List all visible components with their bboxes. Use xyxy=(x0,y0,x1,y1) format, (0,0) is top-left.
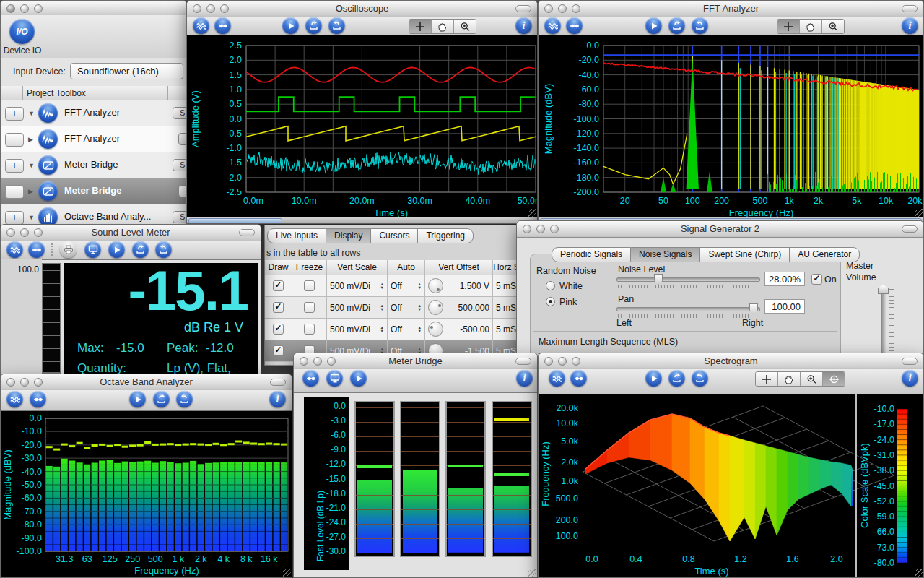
vert-offset-cell[interactable]: -500.00 xyxy=(425,319,493,340)
minimize-button[interactable] xyxy=(313,357,322,366)
crosshair-tool[interactable] xyxy=(756,372,777,386)
close-button[interactable] xyxy=(544,357,553,366)
toolbox-row-octave-band-analy[interactable]: +▼Octave Band Analy...S xyxy=(1,204,186,226)
oscilloscope-plot[interactable]: 2.52.01.51.00.50.0-0.5-1.0-1.5-2.0-2.50.… xyxy=(187,35,538,219)
export-button[interactable] xyxy=(305,17,322,34)
channel-row[interactable]: ✓500 mV/Di▲▼Off▲▼1.500 V5 mS/Div▲▼ xyxy=(265,275,520,297)
import-button[interactable] xyxy=(328,17,345,34)
tab-periodic-signals[interactable]: Periodic Signals xyxy=(552,247,631,262)
import-button[interactable] xyxy=(692,370,708,387)
tab-cursors[interactable]: Cursors xyxy=(371,228,418,243)
disclosure-triangle[interactable]: ▶ xyxy=(28,188,33,195)
window-controls[interactable] xyxy=(544,4,580,13)
sliders-button[interactable] xyxy=(28,241,45,258)
horizontal-scrollbar[interactable] xyxy=(187,217,537,223)
sliders-button[interactable] xyxy=(566,17,583,34)
column-header-vert-scale[interactable]: Vert Scale xyxy=(327,260,388,275)
freeze-cell[interactable] xyxy=(292,297,327,318)
zoom-button[interactable] xyxy=(34,378,43,387)
sliders-button[interactable] xyxy=(214,17,231,34)
zoom-button[interactable] xyxy=(572,357,580,366)
import-button[interactable] xyxy=(155,241,172,258)
zoom-tool[interactable] xyxy=(800,372,822,386)
zoom-button[interactable] xyxy=(550,225,559,233)
tab-triggering[interactable]: Triggering xyxy=(418,228,474,243)
hand-tool[interactable] xyxy=(777,372,800,386)
info-button[interactable]: i xyxy=(269,391,286,407)
fft-plot[interactable]: 0.0-20.0-40.0-60.0-80.0-100.0-120.0-140.… xyxy=(539,35,924,219)
add-tool-button[interactable]: + xyxy=(5,107,24,121)
minimize-button[interactable] xyxy=(20,228,29,237)
resize-grip[interactable] xyxy=(283,569,291,577)
info-button[interactable]: i xyxy=(515,17,532,34)
noise-level-slider[interactable] xyxy=(616,277,760,282)
resize-grip[interactable] xyxy=(915,569,923,577)
white-noise-radio[interactable] xyxy=(546,281,555,290)
octave-plot[interactable]: 0.0-10.0-20.0-30.0-40.0-50.0-60.0-70.0-8… xyxy=(1,411,292,578)
collapse-button[interactable] xyxy=(515,358,531,365)
minimize-button[interactable] xyxy=(206,4,215,13)
channel-row[interactable]: ✓500 mV/Di▲▼Off▲▼-500.005 mS/Div▲▼ xyxy=(265,319,520,340)
minimize-button[interactable] xyxy=(20,4,29,13)
resize-grip[interactable] xyxy=(528,209,536,217)
collapse-button[interactable] xyxy=(515,5,531,12)
play-button[interactable] xyxy=(350,370,367,387)
play-button[interactable] xyxy=(645,17,662,34)
hand-tool[interactable] xyxy=(799,20,821,33)
wave-button[interactable] xyxy=(6,391,23,407)
device-io-icon[interactable]: I/O xyxy=(9,19,35,44)
spectrogram-plot[interactable]: 20.0k10.0k5.0k2.0k1.0k500.0200.0100.00.0… xyxy=(539,394,924,578)
draw-checkbox[interactable]: ✓ xyxy=(273,345,284,356)
on-checkbox[interactable]: ✓ xyxy=(811,274,822,285)
resize-grip[interactable] xyxy=(528,569,536,577)
freeze-cell[interactable] xyxy=(292,275,327,296)
zoom-button[interactable] xyxy=(34,4,43,13)
collapse-button[interactable] xyxy=(902,5,918,12)
tab-au-generator[interactable]: AU Generator xyxy=(790,247,860,262)
auto-stepper[interactable]: Off▲▼ xyxy=(388,319,425,340)
window-controls[interactable] xyxy=(300,357,336,366)
pink-noise-radio[interactable] xyxy=(546,297,555,306)
minimize-button[interactable] xyxy=(20,378,29,387)
offset-knob[interactable] xyxy=(428,322,443,337)
vert-offset-cell[interactable]: 1.500 V xyxy=(425,275,493,296)
wave-button[interactable] xyxy=(544,17,561,34)
auto-stepper[interactable]: Off▲▼ xyxy=(388,275,425,296)
collapse-button[interactable] xyxy=(902,225,918,233)
tab-live-inputs[interactable]: Live Inputs xyxy=(267,228,326,243)
add-tool-button[interactable]: + xyxy=(5,211,24,225)
collapse-button[interactable] xyxy=(239,229,255,236)
column-header-vert-offset[interactable]: Vert Offset xyxy=(425,260,493,275)
info-button[interactable]: i xyxy=(902,17,918,34)
draw-cell[interactable]: ✓ xyxy=(265,275,292,296)
zoom-button[interactable] xyxy=(327,357,336,366)
close-button[interactable] xyxy=(544,4,553,13)
sliders-button[interactable] xyxy=(30,391,46,407)
window-controls[interactable] xyxy=(523,225,559,233)
show-button[interactable]: S xyxy=(173,159,187,171)
hand-tool[interactable] xyxy=(431,20,453,33)
export-button[interactable] xyxy=(132,241,149,258)
zoom-button[interactable] xyxy=(34,228,43,237)
vert-scale-stepper[interactable]: 500 mV/Di▲▼ xyxy=(327,319,388,340)
channel-row[interactable]: ✓500 mV/Di▲▼Off▲▼500.0005 mS/Div▲▼ xyxy=(265,297,520,319)
show-button[interactable]: S xyxy=(173,107,187,119)
display-button[interactable] xyxy=(326,370,343,387)
tab-swept-sine-chirp-[interactable]: Swept Sine (Chirp) xyxy=(700,247,790,262)
crosshair-tool[interactable] xyxy=(777,20,799,33)
zoom-button[interactable] xyxy=(220,4,229,13)
vert-scale-stepper[interactable]: 500 mV/Di▲▼ xyxy=(327,297,388,318)
crosshair-tool[interactable] xyxy=(409,20,431,33)
column-header-draw[interactable]: Draw xyxy=(265,260,292,275)
vert-scale-stepper[interactable]: 500 mV/Di▲▼ xyxy=(327,275,388,296)
offset-knob[interactable] xyxy=(428,278,443,293)
info-button[interactable]: i xyxy=(902,370,918,387)
draw-checkbox[interactable]: ✓ xyxy=(273,324,284,335)
collapse-button[interactable] xyxy=(270,379,286,386)
auto-stepper[interactable]: Off▲▼ xyxy=(388,297,425,318)
play-button[interactable] xyxy=(282,17,299,34)
remove-tool-button[interactable]: − xyxy=(5,185,24,199)
freeze-checkbox[interactable] xyxy=(304,324,315,335)
input-device-select[interactable]: Soundflower (16ch) xyxy=(70,63,183,79)
info-button[interactable]: i xyxy=(516,370,533,387)
